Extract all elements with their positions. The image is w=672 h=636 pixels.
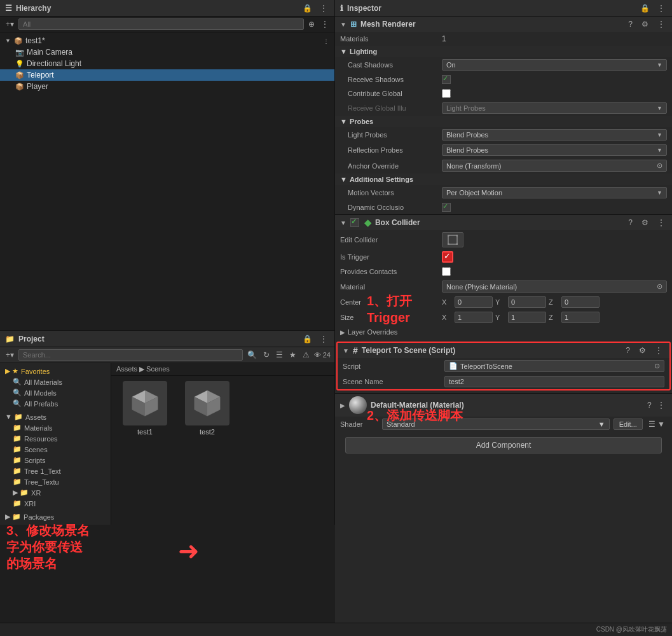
inspector-more-btn[interactable]: ⋮	[655, 3, 667, 13]
sidebar-item-materials[interactable]: 📁 Materials	[0, 422, 111, 433]
project-add-btn[interactable]: +▾	[4, 350, 16, 360]
sidebar-item-tree-textu[interactable]: 📁 Tree_Textu	[0, 476, 111, 487]
additional-settings-subsection[interactable]: ▼ Additional Settings	[335, 174, 672, 185]
teleport-script-header[interactable]: ▼ # Teleport To Scene (Script) ? ⚙ ⋮	[338, 343, 669, 358]
box-collider-more[interactable]: ⋮	[655, 218, 667, 228]
receive-global-dropdown[interactable]: Light Probes ▼	[442, 102, 667, 114]
collider-material-target[interactable]: ⊙	[657, 282, 662, 291]
sidebar-item-all-prefabs[interactable]: 🔍 All Prefabs	[0, 398, 111, 409]
project-filter-btn[interactable]: ☰	[274, 350, 285, 360]
mesh-renderer-settings[interactable]: ⚙	[640, 19, 650, 29]
hierarchy-search-input[interactable]	[18, 18, 304, 30]
cast-shadows-row: Cast Shadows On ▼	[335, 57, 672, 73]
center-z-input[interactable]	[561, 296, 600, 308]
script-label: Script	[343, 363, 444, 370]
lighting-subsection[interactable]: ▼ Lighting	[335, 46, 672, 57]
box-collider-help[interactable]: ?	[626, 218, 634, 228]
mesh-renderer-more[interactable]: ⋮	[655, 19, 667, 29]
teleport-script-help[interactable]: ?	[624, 345, 632, 356]
is-trigger-row: Is Trigger	[335, 249, 672, 265]
sidebar-item-xr[interactable]: ▶ 📁 XR	[0, 487, 111, 498]
project-more-btn[interactable]: ⋮	[318, 334, 329, 344]
sidebar-item-resources[interactable]: 📁 Resources	[0, 433, 111, 444]
sidebar-item-all-materials[interactable]: 🔍 All Materials	[0, 377, 111, 387]
sidebar-item-scripts[interactable]: 📁 Scripts	[0, 455, 111, 466]
reflection-probes-dropdown[interactable]: Blend Probes ▼	[442, 144, 667, 156]
hierarchy-search-btn[interactable]: ⊕	[306, 19, 317, 29]
tree-item-player[interactable]: 📦 Player	[0, 81, 334, 92]
box-collider-header[interactable]: ▼ ◆ Box Collider ? ⚙ ⋮	[335, 215, 672, 230]
size-x-input[interactable]	[455, 312, 493, 323]
teleport-script-settings[interactable]: ⚙	[637, 345, 648, 356]
sidebar-item-all-models[interactable]: 🔍 All Models	[0, 387, 111, 398]
scene-name-input[interactable]	[444, 376, 664, 387]
teleport-script-section-icons: ? ⚙ ⋮	[624, 345, 664, 356]
cast-shadows-dropdown[interactable]: On ▼	[442, 59, 667, 71]
sidebar-item-favorites[interactable]: ▶ ★ Favorites	[0, 366, 111, 377]
project-refresh-btn[interactable]: ↻	[261, 350, 271, 360]
add-component-button[interactable]: Add Component	[345, 437, 662, 453]
dynamic-occlusion-checkbox[interactable]	[442, 203, 451, 212]
hierarchy-more-btn[interactable]: ⋮	[318, 3, 329, 13]
shader-list-btn[interactable]: ☰ ▼	[647, 419, 667, 429]
hierarchy-lock-btn[interactable]: 🔒	[301, 3, 314, 13]
scene-name-value	[444, 376, 664, 387]
project-alert-btn[interactable]: ⚠	[301, 350, 312, 360]
svg-rect-10	[448, 235, 457, 244]
box-collider-settings[interactable]: ⚙	[640, 218, 650, 228]
contribute-global-checkbox[interactable]	[442, 89, 451, 98]
tree-label-main-camera: Main Camera	[27, 48, 72, 57]
inspector-lock-btn[interactable]: 🔒	[638, 3, 652, 13]
mesh-renderer-icons: ? ⚙ ⋮	[626, 19, 667, 29]
hierarchy-add-btn[interactable]: +▾	[4, 19, 16, 29]
mesh-renderer-help[interactable]: ?	[626, 19, 634, 29]
motion-vectors-dropdown[interactable]: Per Object Motion ▼	[442, 187, 667, 198]
tree-item-main-camera[interactable]: 📷 Main Camera	[0, 46, 334, 58]
collider-material-field[interactable]: None (Physic Material) ⊙	[442, 280, 667, 293]
anchor-override-target[interactable]: ⊙	[657, 162, 662, 170]
edit-collider-btn[interactable]	[442, 232, 463, 247]
size-z-input[interactable]	[561, 312, 600, 323]
project-search-input[interactable]	[18, 349, 243, 361]
size-label: Size	[340, 314, 442, 321]
project-star-btn[interactable]: ★	[287, 350, 298, 360]
edit-collider-label: Edit Collider	[340, 236, 442, 244]
tree-item-dir-light[interactable]: 💡 Directional Light	[0, 58, 334, 69]
is-trigger-checkbox[interactable]	[442, 251, 453, 263]
mesh-renderer-header[interactable]: ▼ ⊞ Mesh Renderer ? ⚙ ⋮	[335, 17, 672, 32]
provides-contacts-checkbox[interactable]	[442, 267, 451, 276]
teleport-script-more[interactable]: ⋮	[653, 345, 664, 356]
shader-edit-btn[interactable]: Edit...	[614, 418, 643, 430]
script-object-field[interactable]: 📄 TeleportToScene ⊙	[444, 360, 664, 372]
center-x-input[interactable]	[455, 296, 493, 308]
script-target[interactable]: ⊙	[654, 362, 660, 370]
box-collider-enabled[interactable]	[350, 218, 359, 227]
teleport-script-icon: #	[353, 345, 358, 356]
asset-item-test1[interactable]: test1	[116, 381, 174, 436]
tree-item-test1[interactable]: ▼ 📦 test1* ⋮	[0, 35, 334, 46]
material-help[interactable]: ?	[645, 400, 654, 410]
material-more[interactable]: ⋮	[655, 400, 667, 410]
probes-subsection[interactable]: ▼ Probes	[335, 116, 672, 127]
size-y-input[interactable]	[508, 312, 546, 323]
shader-row: Shader Standard ▼ Edit... ☰ ▼	[335, 417, 672, 432]
center-y-input[interactable]	[508, 296, 546, 308]
asset-item-test2[interactable]: test2	[179, 381, 236, 436]
hierarchy-more2-btn[interactable]: ⋮	[319, 19, 331, 29]
sidebar-item-packages[interactable]: ▶ 📁 Packages	[0, 511, 111, 522]
light-probes-dropdown[interactable]: Blend Probes ▼	[442, 129, 667, 141]
mesh-renderer-icon: ⊞	[350, 20, 357, 29]
anchor-override-field[interactable]: None (Transform) ⊙	[442, 160, 667, 172]
sidebar-item-scenes[interactable]: 📁 Scenes	[0, 444, 111, 455]
size-z-label: Z	[549, 314, 559, 321]
project-search-icon[interactable]: 🔍	[245, 350, 259, 360]
box-collider-icon: ◆	[364, 218, 371, 228]
sidebar-item-xri[interactable]: 📁 XRI	[0, 498, 111, 509]
tree-item-teleport[interactable]: 📦 Teleport	[0, 69, 334, 81]
tree-item-menu[interactable]: ⋮	[323, 38, 329, 45]
receive-shadows-checkbox[interactable]	[442, 75, 451, 84]
sidebar-item-tree1[interactable]: 📁 Tree 1_Text	[0, 466, 111, 476]
project-lock-btn[interactable]: 🔒	[301, 334, 314, 344]
sidebar-item-assets[interactable]: ▼ 📁 Assets	[0, 411, 111, 422]
shader-dropdown[interactable]: Standard ▼	[382, 418, 610, 430]
